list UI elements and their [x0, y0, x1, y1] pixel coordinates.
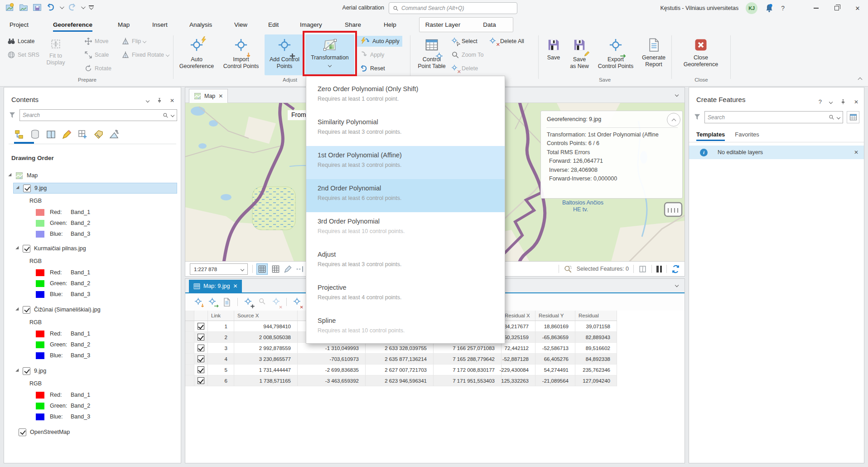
create-features-search[interactable] — [704, 111, 843, 123]
list-by-labeling-icon[interactable] — [93, 129, 104, 140]
filter-icon[interactable] — [694, 113, 701, 121]
expander-icon[interactable] — [8, 173, 13, 178]
layer-checkbox[interactable] — [23, 245, 30, 253]
layer-map[interactable]: Map — [10, 170, 38, 181]
map-scale-combo[interactable]: 1:227 878 — [190, 263, 248, 275]
pin-icon[interactable] — [156, 97, 163, 104]
command-search-input[interactable] — [401, 5, 513, 11]
list-by-snapping-icon[interactable] — [77, 129, 88, 140]
layer-kurmaiciai[interactable]: Kurmaičiai pilnas.jpg — [17, 243, 86, 254]
panel-close-icon[interactable]: ✕ — [854, 99, 858, 105]
list-by-drawing-order-icon[interactable] — [14, 129, 24, 140]
locate-button[interactable]: Locate — [7, 36, 35, 47]
help-icon[interactable]: ? — [781, 5, 785, 12]
save-as-new-button[interactable]: Saveas New — [566, 34, 593, 75]
zoom-to-point-button[interactable] — [258, 297, 266, 307]
measure-button[interactable] — [296, 265, 304, 273]
search-dropdown-icon[interactable] — [171, 113, 174, 117]
export-control-points-button[interactable]: ExportControl Points — [594, 34, 637, 75]
save-button[interactable]: Save — [542, 34, 565, 75]
update-georeferencing-button[interactable] — [284, 265, 292, 273]
layer-checkbox[interactable] — [23, 367, 30, 375]
tab-favorites[interactable]: Favorites — [735, 131, 759, 141]
tab-share[interactable]: Share — [345, 16, 361, 33]
zoom-to-selection-icon[interactable] — [564, 265, 572, 273]
export-points-button[interactable] — [208, 297, 216, 307]
notifications-bell-icon[interactable] — [765, 4, 774, 13]
table-tabs-menu-icon[interactable] — [675, 283, 679, 287]
avatar[interactable]: KJ — [746, 2, 757, 14]
menu-item-projective[interactable]: Projective Requires at least 4 control p… — [306, 278, 505, 311]
close-table-icon[interactable]: ✕ — [233, 283, 237, 289]
menu-item-2nd-order[interactable]: 2nd Order Polynomial Requires at least 6… — [306, 179, 505, 212]
customize-qat-icon[interactable] — [89, 5, 94, 9]
tab-templates[interactable]: Templates — [696, 131, 725, 141]
view-tabs-menu-icon[interactable] — [675, 93, 679, 97]
report-button[interactable] — [222, 298, 231, 306]
layer-checkbox[interactable] — [23, 185, 31, 192]
table-row[interactable]: 51 731,444447-2 699,8368352 627 007,7217… — [185, 365, 617, 375]
contents-menu-icon[interactable] — [146, 99, 149, 102]
grid-button[interactable] — [271, 265, 280, 273]
rotate-button[interactable]: Rotate — [84, 63, 111, 74]
filter-icon[interactable] — [9, 111, 16, 119]
tab-analysis[interactable]: Analysis — [189, 16, 212, 33]
layer-checkbox[interactable] — [19, 428, 26, 436]
expander-icon[interactable] — [16, 186, 21, 191]
map-view-tab[interactable]: Map ✕ — [189, 89, 228, 103]
command-search[interactable] — [389, 2, 517, 14]
apply-button[interactable]: Apply — [360, 49, 384, 60]
redo-icon[interactable] — [68, 3, 77, 12]
menu-item-adjust[interactable]: Adjust Requires at least 3 control point… — [306, 245, 505, 278]
col-residual-y[interactable]: Residual Y — [535, 311, 575, 321]
move-button[interactable]: Move — [84, 36, 109, 47]
open-project-icon[interactable] — [19, 3, 28, 12]
layer-9jpg-selected[interactable]: 9.jpg — [13, 183, 177, 194]
panel-help-icon[interactable]: ? — [819, 98, 822, 105]
clear-selection-icon[interactable] — [638, 265, 647, 273]
expander-icon[interactable] — [15, 246, 20, 251]
col-residual[interactable]: Residual — [575, 311, 617, 321]
create-features-search-input[interactable] — [708, 114, 826, 121]
expander-icon[interactable] — [15, 369, 20, 374]
tab-insert[interactable]: Insert — [152, 16, 168, 33]
maximize-button[interactable] — [826, 0, 847, 16]
tab-view[interactable]: View — [234, 16, 247, 33]
row-checkbox[interactable] — [198, 345, 204, 351]
refresh-button[interactable] — [671, 265, 680, 273]
pin-icon[interactable] — [840, 99, 846, 105]
tab-imagery[interactable]: Imagery — [300, 16, 322, 33]
import-control-points-button[interactable]: ImportControl Points — [219, 34, 263, 75]
tab-raster-layer[interactable]: Raster Layer — [420, 18, 466, 32]
table-row[interactable]: 61 738,571165-3 463,6593922 623 946,5963… — [185, 375, 617, 386]
tab-help[interactable]: Help — [384, 16, 396, 33]
generate-report-button[interactable]: GenerateReport — [639, 34, 669, 75]
delete-all-button[interactable]: ✕ Delete All — [489, 36, 524, 47]
snap-to-grid-button[interactable] — [256, 263, 268, 275]
panel-menu-icon[interactable] — [829, 100, 833, 103]
auto-apply-button[interactable]: Auto Apply — [357, 36, 402, 47]
undo-dropdown-icon[interactable] — [60, 5, 64, 9]
select-button[interactable]: Select — [451, 36, 477, 47]
fit-to-display-button[interactable]: Fit toDisplay — [42, 34, 70, 75]
manage-templates-button[interactable] — [847, 111, 859, 123]
control-point-table-button[interactable]: ControlPoint Table — [413, 34, 450, 75]
tab-edit[interactable]: Edit — [268, 16, 279, 33]
add-control-points-button[interactable]: Add ControlPoints — [265, 34, 304, 75]
delete-point-button[interactable]: ✕ — [272, 297, 280, 307]
banner-close-icon[interactable]: ✕ — [854, 149, 858, 156]
flip-button[interactable]: Flip — [121, 36, 146, 47]
scale-button[interactable]: Scale — [84, 49, 109, 60]
row-checkbox[interactable] — [198, 355, 204, 362]
col-link[interactable]: Link — [208, 311, 234, 321]
menu-item-1st-order[interactable]: 1st Order Polynomial (Affine) Requires a… — [306, 146, 505, 179]
layer-cizunai[interactable]: Čižūnai (Simanėliškiai).jpg — [17, 304, 101, 315]
list-by-selection-icon[interactable] — [46, 129, 56, 140]
list-by-data-source-icon[interactable] — [30, 129, 40, 140]
save-project-icon[interactable] — [33, 3, 42, 12]
row-checkbox[interactable] — [198, 377, 204, 384]
pause-drawing-button[interactable] — [656, 266, 662, 272]
undo-icon[interactable] — [46, 3, 55, 12]
new-project-icon[interactable] — [5, 3, 14, 12]
list-by-editing-icon[interactable] — [62, 129, 72, 140]
